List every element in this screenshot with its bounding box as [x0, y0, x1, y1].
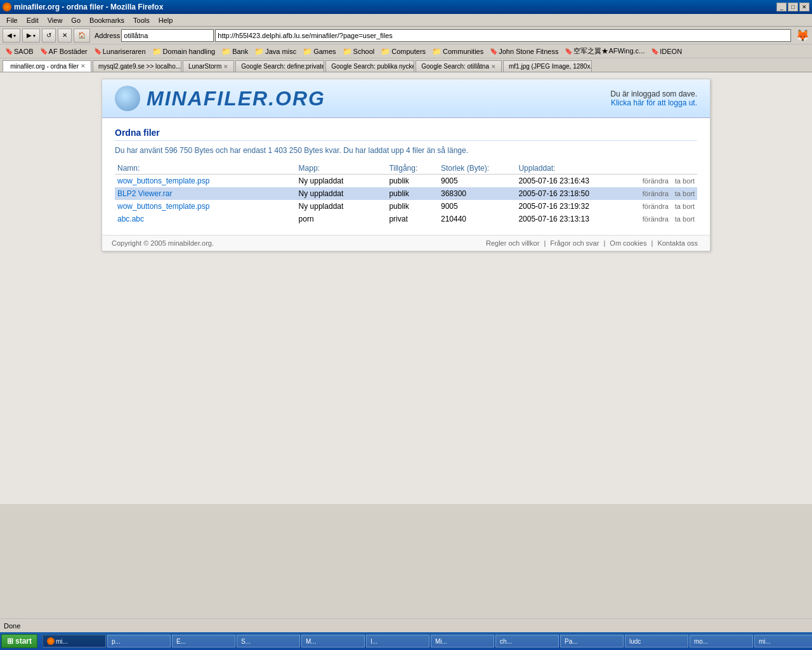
site-footer: Copyright © 2005 minabilder.org. Regler … — [102, 235, 710, 251]
file-name-link[interactable]: wow_buttons_template.psp — [117, 176, 209, 185]
menu-file[interactable]: File — [3, 16, 22, 25]
address-input[interactable] — [121, 29, 214, 42]
throbber-icon: 🦊 — [796, 29, 809, 43]
col-size: Storlek (Byte): — [438, 162, 516, 175]
address-box: Address — [95, 29, 791, 42]
info-text: Du har använt 596 750 Bytes och har enda… — [115, 146, 697, 155]
tab-mysql[interactable]: mysql2.gate9.se >> localho... ✕ — [93, 60, 181, 72]
bookmark-games[interactable]: 📁Games — [300, 46, 338, 56]
folder-icon: 📁 — [303, 47, 312, 56]
remove-link[interactable]: ta bort — [675, 177, 695, 185]
logo-text: MINAFILER.ORG — [147, 87, 325, 110]
col-folder: Mapp: — [296, 162, 387, 175]
footer-link-cookies[interactable]: Om cookies — [610, 239, 646, 247]
tab-close-button[interactable]: ✕ — [223, 63, 228, 70]
tab-active-minafiler[interactable]: minafiler.org - ordna filer ✕ — [3, 60, 91, 72]
change-link[interactable]: förändra — [643, 177, 669, 185]
menu-bar: File Edit View Go Bookmarks Tools Help — [0, 14, 812, 27]
footer-link-rules[interactable]: Regler och villkor — [486, 239, 539, 247]
change-link[interactable]: förändra — [643, 215, 669, 223]
change-link[interactable]: förändra — [643, 190, 669, 197]
file-access: publik — [386, 187, 438, 200]
bookmark-afwing[interactable]: 🔖空军之翼★AFWing.c... — [562, 46, 647, 56]
footer-link-faq[interactable]: Frågor och svar — [550, 239, 599, 247]
logged-in-text: Du är inloggad som dave. — [610, 90, 697, 98]
browser-content: MINAFILER.ORG Du är inloggad som dave. K… — [0, 72, 812, 504]
address-label: Address — [95, 32, 120, 39]
main-content: Ordna filer Du har använt 596 750 Bytes … — [102, 118, 710, 235]
tab-close-button[interactable]: ✕ — [491, 63, 496, 70]
file-access: publik — [386, 200, 438, 213]
site-logo: MINAFILER.ORG — [115, 86, 325, 111]
folder-icon: 📁 — [221, 47, 231, 56]
forward-button[interactable]: ▶ ▾ — [22, 29, 40, 43]
page-title: Ordna filer — [115, 128, 697, 141]
tab-google-3[interactable]: Google Search: otillåtna ✕ — [416, 60, 502, 72]
bookmark-john-stone[interactable]: 🔖John Stone Fitness — [487, 47, 561, 56]
bookmark-page-icon: 🔖 — [5, 48, 13, 55]
reload-button[interactable]: ↺ — [42, 29, 56, 43]
bookmark-domain-handling[interactable]: 📁Domain handling — [150, 46, 218, 56]
col-access: Tillgång: — [386, 162, 438, 175]
title-bar: minafiler.org - ordna filer - Mozilla Fi… — [0, 0, 812, 14]
bookmark-bank[interactable]: 📁Bank — [219, 46, 251, 56]
menu-tools[interactable]: Tools — [129, 16, 154, 25]
change-link[interactable]: förändra — [643, 202, 669, 210]
remove-link[interactable]: ta bort — [675, 202, 695, 210]
bookmark-page-icon: 🔖 — [565, 48, 572, 55]
menu-view[interactable]: View — [44, 16, 67, 25]
home-button[interactable]: 🏠 — [74, 29, 90, 43]
tab-google-1[interactable]: Google Search: define:private ✕ — [235, 60, 324, 72]
file-date: 2005-07-16 23:16:43 — [516, 175, 619, 188]
menu-help[interactable]: Help — [155, 16, 177, 25]
bookmarks-bar: 🔖SAOB 🔖AF Bostäder 🔖Lunariseraren 📁Domai… — [0, 44, 812, 58]
logout-link[interactable]: Klicka här för att logga ut. — [611, 98, 697, 107]
bookmark-communities[interactable]: 📁Communities — [429, 46, 486, 56]
footer-link-contact[interactable]: Kontakta oss — [657, 239, 698, 247]
file-date: 2005-07-16 23:18:50 — [516, 187, 619, 200]
file-name-link[interactable]: wow_buttons_template.psp — [117, 202, 209, 211]
folder-icon: 📁 — [152, 47, 162, 56]
file-folder: Ny uppladdat — [296, 187, 387, 200]
url-input[interactable] — [215, 29, 791, 42]
menu-go[interactable]: Go — [67, 16, 84, 25]
bookmark-school[interactable]: 📁School — [340, 46, 377, 56]
remove-link[interactable]: ta bort — [675, 190, 695, 197]
table-row: wow_buttons_template.psp Ny uppladdat pu… — [115, 175, 697, 188]
browser-icon — [3, 3, 11, 11]
page-container: MINAFILER.ORG Du är inloggad som dave. K… — [102, 79, 710, 251]
minimize-button[interactable]: _ — [776, 3, 787, 11]
file-folder: porn — [296, 213, 387, 225]
maximize-button[interactable]: □ — [788, 3, 798, 11]
tabs-bar: minafiler.org - ordna filer ✕ mysql2.gat… — [0, 58, 812, 72]
folder-icon: 📁 — [381, 47, 390, 56]
bookmark-lunariseraren[interactable]: 🔖Lunariseraren — [91, 47, 148, 56]
col-actions — [620, 162, 697, 175]
close-button[interactable]: ✕ — [799, 3, 809, 11]
file-name-link[interactable]: abc.abc — [117, 215, 144, 223]
window-controls: _ □ ✕ — [776, 3, 809, 11]
tab-lunarstorm[interactable]: LunarStorm ✕ — [183, 60, 234, 72]
table-row: abc.abc porn privat 210440 2005-07-16 23… — [115, 213, 697, 225]
bookmark-af-bostader[interactable]: 🔖AF Bostäder — [37, 47, 90, 56]
site-header: MINAFILER.ORG Du är inloggad som dave. K… — [102, 79, 710, 118]
stop-button[interactable]: ✕ — [58, 29, 72, 43]
tab-close-button[interactable]: ✕ — [81, 63, 86, 69]
back-button[interactable]: ◀ ▾ — [3, 29, 20, 43]
files-table: Namn: Mapp: Tillgång: Storlek (Byte): Up… — [115, 162, 697, 225]
tab-google-2[interactable]: Google Search: publika nyckeln ✕ — [325, 60, 414, 72]
table-row: BLP2 Viewer.rar Ny uppladdat publik 3683… — [115, 187, 697, 200]
folder-icon: 📁 — [254, 47, 264, 56]
bookmark-computers[interactable]: 📁Computers — [378, 46, 428, 56]
bookmark-saob[interactable]: 🔖SAOB — [3, 47, 36, 56]
bookmark-java-misc[interactable]: 📁Java misc — [252, 46, 299, 56]
bookmark-page-icon: 🔖 — [40, 48, 48, 55]
menu-bookmarks[interactable]: Bookmarks — [86, 16, 128, 25]
file-name-link[interactable]: BLP2 Viewer.rar — [117, 189, 173, 198]
remove-link[interactable]: ta bort — [675, 215, 695, 223]
menu-edit[interactable]: Edit — [23, 16, 43, 25]
file-folder: Ny uppladdat — [296, 200, 387, 213]
footer-links: Regler och villkor | Frågor och svar | O… — [483, 239, 700, 247]
tab-mf1-jpg[interactable]: mf1.jpg (JPEG Image, 1280x... ✕ — [503, 60, 592, 72]
bookmark-ideon[interactable]: 🔖IDEON — [648, 47, 684, 56]
